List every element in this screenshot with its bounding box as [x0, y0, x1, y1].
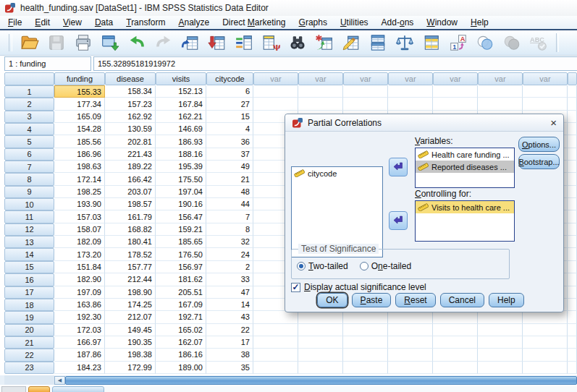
- column-header-var[interactable]: var: [343, 72, 388, 85]
- cell-funding[interactable]: 197.09: [54, 286, 105, 299]
- row-header[interactable]: 21: [4, 336, 54, 349]
- variables-button[interactable]: [233, 32, 255, 54]
- row-header[interactable]: 2: [4, 98, 54, 110]
- cell-disease[interactable]: 212.44: [105, 273, 156, 286]
- cell-disease[interactable]: 161.79: [105, 210, 156, 223]
- cell-visits[interactable]: 159.21: [156, 223, 206, 236]
- cell-funding[interactable]: 163.86: [54, 299, 105, 311]
- row-header[interactable]: 13: [4, 236, 54, 248]
- cell-var[interactable]: [343, 98, 388, 110]
- cell-funding[interactable]: 173.20: [54, 248, 105, 260]
- cell-var[interactable]: [478, 362, 523, 374]
- row-header[interactable]: 15: [4, 261, 54, 273]
- cell-var[interactable]: [388, 98, 433, 110]
- undo-button[interactable]: [126, 32, 148, 54]
- cell-citycode[interactable]: 27: [206, 98, 253, 110]
- weight-cases-button[interactable]: [394, 32, 416, 54]
- cell-var[interactable]: [298, 362, 343, 374]
- redo-button[interactable]: [153, 32, 174, 54]
- cell-funding[interactable]: 155.33: [54, 85, 105, 98]
- cell-var[interactable]: [478, 349, 523, 361]
- cell-citycode[interactable]: 44: [206, 198, 253, 210]
- variable-item[interactable]: citycode: [292, 167, 382, 179]
- -button[interactable]: Help: [489, 293, 524, 307]
- cell-citycode[interactable]: 2: [206, 261, 253, 273]
- cell-visits[interactable]: 162.07: [156, 336, 206, 349]
- cell-funding[interactable]: 187.86: [54, 349, 105, 361]
- cell-funding[interactable]: 154.28: [54, 123, 105, 135]
- dialog-title-bar[interactable]: Partial Correlations ×: [285, 114, 563, 132]
- cell-var[interactable]: [523, 349, 568, 361]
- cell-disease[interactable]: 212.07: [105, 311, 156, 323]
- cell-disease[interactable]: 180.41: [105, 236, 156, 248]
- cell-var[interactable]: [253, 324, 298, 336]
- cell-var[interactable]: [523, 98, 568, 110]
- options-button[interactable]: Options...: [518, 137, 560, 152]
- row-header[interactable]: 9: [4, 186, 54, 198]
- cell-var[interactable]: [388, 336, 433, 349]
- horizontal-scrollbar[interactable]: ◀: [0, 375, 577, 385]
- print-button[interactable]: [72, 32, 94, 54]
- cell-citycode[interactable]: 24: [206, 248, 253, 260]
- cell-visits[interactable]: 190.16: [156, 198, 206, 210]
- cell-visits[interactable]: 185.65: [156, 236, 206, 248]
- cell-var[interactable]: [388, 349, 433, 361]
- cell-var[interactable]: [478, 324, 523, 336]
- menu-add-ons[interactable]: Add-ons: [375, 17, 421, 28]
- row-header[interactable]: 18: [4, 299, 54, 311]
- cell-citycode[interactable]: 15: [206, 111, 253, 123]
- cell-visits[interactable]: 156.47: [156, 210, 206, 223]
- row-header[interactable]: 6: [4, 148, 54, 161]
- goto-variable-button[interactable]: [206, 32, 228, 54]
- row-header[interactable]: 22: [4, 349, 54, 361]
- reset-button[interactable]: Reset: [395, 293, 435, 307]
- cell-visits[interactable]: 181.62: [156, 273, 206, 286]
- paste-button[interactable]: Paste: [352, 293, 392, 307]
- row-header[interactable]: 12: [4, 223, 54, 236]
- cell-visits[interactable]: 176.50: [156, 248, 206, 260]
- row-header[interactable]: 5: [4, 135, 54, 148]
- menu-utilities[interactable]: Utilities: [334, 17, 375, 28]
- cell-citycode[interactable]: 32: [206, 236, 253, 248]
- row-header[interactable]: 8: [4, 173, 54, 185]
- show-all-variables-button[interactable]: [501, 32, 523, 54]
- cell-var[interactable]: [523, 311, 568, 323]
- checkbox-icon[interactable]: ✓: [291, 283, 300, 292]
- column-header-var[interactable]: var: [298, 72, 343, 85]
- cell-var[interactable]: [433, 324, 478, 336]
- -button[interactable]: OK: [317, 293, 347, 307]
- cell-disease[interactable]: 189.22: [105, 161, 156, 173]
- cell-var[interactable]: [433, 362, 478, 374]
- cell-var[interactable]: [388, 311, 433, 323]
- cell-var[interactable]: [253, 311, 298, 323]
- row-header[interactable]: 19: [4, 311, 54, 323]
- open-data-button[interactable]: [19, 32, 41, 54]
- cell-disease[interactable]: 198.57: [105, 198, 156, 210]
- cell-citycode[interactable]: 22: [206, 324, 253, 336]
- cell-visits[interactable]: 186.16: [156, 349, 206, 361]
- cell-var[interactable]: [478, 336, 523, 349]
- cell-funding[interactable]: 184.23: [54, 362, 105, 374]
- row-header[interactable]: 17: [4, 286, 54, 299]
- row-header[interactable]: 7: [4, 161, 54, 173]
- spell-check-button[interactable]: ABC: [528, 32, 549, 54]
- split-file-button[interactable]: [367, 32, 389, 54]
- cell-var[interactable]: [523, 336, 568, 349]
- cell-var[interactable]: [523, 324, 568, 336]
- cell-funding[interactable]: 198.63: [54, 161, 105, 173]
- select-cases-button[interactable]: [421, 32, 442, 54]
- radio-two-tailed[interactable]: Two-tailed: [297, 261, 348, 271]
- close-icon[interactable]: ×: [550, 117, 557, 128]
- cell-disease[interactable]: 168.82: [105, 223, 156, 236]
- menu-analyze[interactable]: Analyze: [172, 17, 216, 28]
- cell-var[interactable]: [433, 85, 478, 98]
- scrollbar-thumb[interactable]: [65, 376, 577, 385]
- cell-var[interactable]: [298, 98, 343, 110]
- cell-visits[interactable]: 152.13: [156, 85, 206, 98]
- scroll-left-button[interactable]: ◀: [54, 376, 65, 385]
- cell-var[interactable]: [343, 85, 388, 98]
- cell-var[interactable]: [523, 362, 568, 374]
- cell-citycode[interactable]: 47: [206, 286, 253, 299]
- cell-var[interactable]: [478, 311, 523, 323]
- move-to-controlling-button[interactable]: [389, 211, 408, 230]
